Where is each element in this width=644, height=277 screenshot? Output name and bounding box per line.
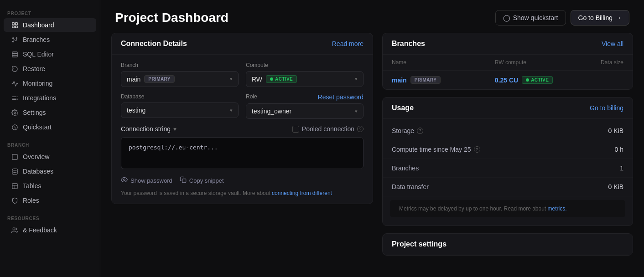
quickstart-icon: ◯ — [503, 14, 510, 21]
branch-badge: PRIMARY — [144, 75, 175, 83]
show-quickstart-button[interactable]: ◯ Show quickstart — [495, 10, 566, 26]
pooled-checkbox[interactable] — [292, 126, 299, 133]
sidebar-item-monitoring[interactable]: Monitoring — [4, 77, 96, 90]
git-branch-icon — [11, 36, 18, 43]
chevron-down-icon-3: ▾ — [230, 108, 233, 113]
page-title: Project Dashboard — [115, 10, 229, 25]
project-settings-header: Project settings — [383, 234, 633, 255]
sidebar-item-tables-label: Tables — [23, 182, 41, 190]
sidebar-item-feedback[interactable]: & Feedback — [4, 223, 96, 237]
usage-transfer-row: Data transfer 0 KiB — [383, 178, 633, 196]
sidebar-item-settings-label: Settings — [23, 109, 46, 116]
compute-value-usage: 0 h — [615, 146, 623, 153]
sidebar: PROJECT Dashboard Branches SQL Editor Re… — [0, 0, 100, 277]
sidebar-item-monitoring-label: Monitoring — [23, 80, 52, 87]
go-to-billing-link[interactable]: Go to billing — [590, 104, 623, 112]
branch-value: main — [127, 76, 140, 83]
pooled-info-icon[interactable]: ? — [357, 126, 364, 132]
sidebar-item-tables[interactable]: Tables — [4, 179, 96, 193]
sidebar-item-databases-label: Databases — [23, 168, 53, 175]
branch-active-badge: ACTIVE — [522, 76, 553, 84]
col-compute-header: RW compute — [495, 59, 572, 66]
sidebar-item-overview[interactable]: Overview — [4, 150, 96, 164]
connection-string-toggle[interactable]: Connection string ▾ — [121, 125, 177, 133]
branch-name-cell: main PRIMARY — [392, 76, 495, 84]
connecting-link[interactable]: connecting from different — [272, 190, 332, 196]
copy-snippet-button[interactable]: Copy snippet — [180, 174, 224, 186]
col-name-header: Name — [392, 59, 495, 66]
branch-select-left: main PRIMARY — [127, 75, 175, 83]
sidebar-item-quickstart-label: Quickstart — [23, 123, 52, 131]
sidebar-item-overview-label: Overview — [23, 153, 49, 160]
show-password-button[interactable]: Show password — [121, 174, 172, 186]
eye-icon — [121, 176, 128, 185]
branches-label-usage: Branches — [392, 164, 419, 172]
sidebar-item-quickstart[interactable]: Quickstart — [4, 120, 96, 134]
svg-rect-2 — [12, 26, 14, 27]
sidebar-item-databases[interactable]: Databases — [4, 164, 96, 178]
main-header: Project Dashboard ◯ Show quickstart Go t… — [100, 0, 644, 33]
show-quickstart-label: Show quickstart — [513, 14, 558, 21]
active-dot — [270, 77, 273, 81]
role-header: Role Reset password — [246, 93, 364, 101]
sidebar-item-branches[interactable]: Branches — [4, 33, 96, 46]
sidebar-item-roles[interactable]: Roles — [4, 194, 96, 207]
storage-value: 0 KiB — [608, 127, 623, 134]
connection-details-header: Connection Details Read more — [112, 33, 373, 55]
layout-icon — [11, 21, 18, 29]
sidebar-item-integrations[interactable]: Integrations — [4, 91, 96, 105]
reset-password-link[interactable]: Reset password — [318, 93, 364, 101]
copy-icon — [180, 176, 187, 185]
compute-badge: ACTIVE — [266, 75, 297, 83]
shield-icon — [11, 197, 18, 204]
storage-info-icon[interactable]: ? — [417, 128, 423, 134]
pooled-connection-row: Pooled connection ? — [292, 125, 364, 133]
main-area: Project Dashboard ◯ Show quickstart Go t… — [100, 0, 644, 277]
connection-actions: Show password Copy snippet — [121, 174, 364, 188]
compute-info-icon[interactable]: ? — [474, 146, 480, 153]
usage-card: Usage Go to billing Storage ? 0 KiB Comp… — [382, 97, 633, 226]
sidebar-item-roles-label: Roles — [23, 197, 39, 204]
header-actions: ◯ Show quickstart Go to Billing → — [495, 10, 629, 26]
branch-name-link[interactable]: main — [392, 77, 407, 84]
compute-cu-value: 0.25 CU — [495, 77, 518, 84]
branch-field: Branch main PRIMARY ▾ — [121, 62, 239, 87]
branches-card: Branches View all Name RW compute Data s… — [382, 33, 633, 90]
go-to-billing-button[interactable]: Go to Billing → — [571, 10, 629, 26]
sidebar-item-sql-editor[interactable]: SQL Editor — [4, 47, 96, 61]
svg-rect-20 — [182, 179, 186, 183]
sidebar-item-settings[interactable]: Settings — [4, 106, 96, 119]
read-more-link[interactable]: Read more — [332, 40, 364, 47]
connection-string-box: postgresql://.eu-centr... — [121, 137, 364, 169]
usage-body: Storage ? 0 KiB Compute time since May 2… — [383, 119, 633, 226]
metrics-link[interactable]: metrics. — [548, 205, 567, 212]
sidebar-item-integrations-label: Integrations — [23, 94, 56, 102]
chevron-down-icon: ▾ — [230, 76, 233, 82]
connection-details-card: Connection Details Read more Branch main… — [111, 33, 373, 204]
transfer-label-usage: Data transfer — [392, 183, 429, 190]
connection-details-title: Connection Details — [121, 40, 187, 48]
svg-point-19 — [124, 179, 125, 181]
role-value: testing_owner — [252, 108, 291, 115]
branch-select[interactable]: main PRIMARY ▾ — [121, 71, 239, 87]
sidebar-item-dashboard[interactable]: Dashboard — [4, 18, 96, 32]
pooled-label: Pooled connection — [302, 125, 354, 133]
database-role-row: Database testing ▾ Role Reset password — [121, 93, 364, 119]
view-all-link[interactable]: View all — [602, 40, 623, 47]
feedback-icon — [11, 226, 18, 234]
svg-point-14 — [12, 169, 17, 170]
sidebar-branch-label: BRANCH — [0, 139, 100, 149]
branches-card-title: Branches — [392, 40, 425, 48]
plug-icon — [11, 94, 18, 102]
database-select[interactable]: testing ▾ — [121, 103, 239, 118]
role-select[interactable]: testing_owner ▾ — [246, 103, 364, 119]
project-settings-title: Project settings — [392, 240, 447, 248]
db-icon — [11, 168, 18, 175]
sidebar-item-restore[interactable]: Restore — [4, 62, 96, 76]
content-area: Connection Details Read more Branch main… — [100, 33, 644, 277]
svg-rect-1 — [15, 22, 17, 24]
usage-title: Usage — [392, 104, 414, 112]
role-label: Role — [246, 93, 257, 101]
compute-select[interactable]: RW ACTIVE ▾ — [246, 71, 364, 87]
branch-label: Branch — [121, 62, 239, 68]
